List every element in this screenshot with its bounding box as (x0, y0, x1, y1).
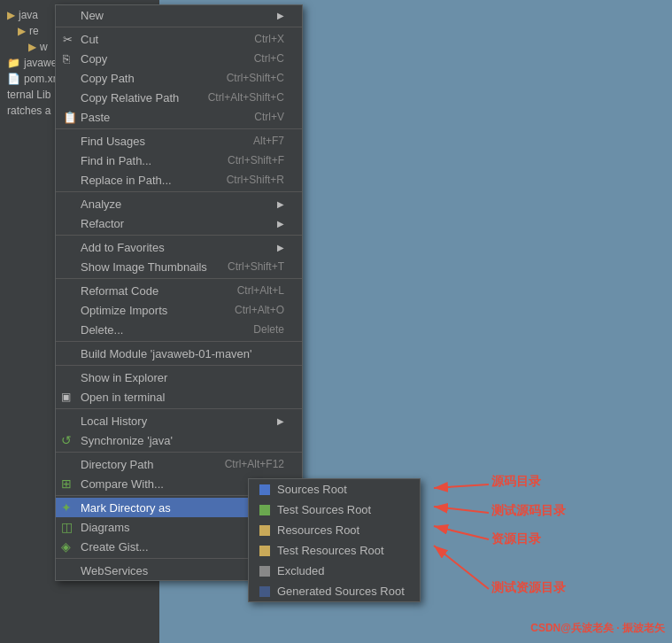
folder-icon: ▶ (18, 25, 26, 37)
svg-line-4 (434, 546, 489, 589)
menu-item-show-image[interactable]: Show Image Thumbnails Ctrl+Shift+T (56, 257, 302, 276)
file-icon: 📄 (7, 73, 20, 85)
menu-item-copy-relative-path[interactable]: Copy Relative Path Ctrl+Alt+Shift+C (56, 88, 302, 107)
submenu-mark-directory: Sources Root Test Sources Root Resources… (248, 478, 421, 602)
tree-label: w (40, 41, 48, 53)
gist-icon: ◈ (61, 539, 71, 554)
separator-7 (56, 365, 302, 366)
separator-6 (56, 341, 302, 342)
menu-item-cut[interactable]: ✂ Cut Ctrl+X (56, 29, 302, 49)
generated-icon (259, 586, 270, 597)
tree-label: ratches a (7, 105, 50, 117)
tree-label: re (29, 25, 39, 37)
menu-item-show-explorer[interactable]: Show in Explorer (56, 368, 302, 387)
submenu-label: Generated Sources Root (277, 585, 405, 598)
menu-item-directory-path[interactable]: Directory Path Ctrl+Alt+F12 (56, 454, 302, 474)
terminal-icon: ▣ (61, 391, 71, 403)
separator-9 (56, 452, 302, 453)
menu-item-open-terminal[interactable]: ▣ Open in terminal (56, 387, 302, 407)
submenu-resources-root[interactable]: Resources Root (249, 520, 420, 540)
folder-icon: ▶ (7, 9, 15, 21)
menu-item-local-history[interactable]: Local History ▶ (56, 411, 302, 430)
menu-item-new[interactable]: New ▶ (56, 5, 302, 25)
separator-5 (56, 278, 302, 279)
test-sources-icon (259, 505, 270, 515)
annotation-label-4: 测试资源目录 (491, 580, 566, 596)
menu-item-copy[interactable]: ⎘ Copy Ctrl+C (56, 49, 302, 68)
menu-item-add-favorites[interactable]: Add to Favorites ▶ (56, 237, 302, 257)
submenu-label: Test Resources Root (277, 544, 384, 557)
submenu-excluded[interactable]: Excluded (249, 561, 420, 581)
diagrams-icon: ◫ (61, 520, 73, 534)
submenu-label: Excluded (277, 564, 324, 577)
submenu-arrow: ▶ (277, 219, 284, 229)
separator-4 (56, 235, 302, 236)
separator-2 (56, 128, 302, 129)
separator-3 (56, 191, 302, 192)
menu-item-copy-path[interactable]: Copy Path Ctrl+Shift+C (56, 68, 302, 88)
menu-item-find-in-path[interactable]: Find in Path... Ctrl+Shift+F (56, 151, 302, 170)
submenu-arrow: ▶ (277, 11, 284, 20)
menu-item-find-usages[interactable]: Find Usages Alt+F7 (56, 131, 302, 151)
menu-item-refactor[interactable]: Refactor ▶ (56, 213, 302, 233)
cut-icon: ✂ (63, 33, 73, 46)
sources-root-icon (259, 484, 270, 495)
menu-item-delete[interactable]: Delete... Delete (56, 320, 302, 339)
submenu-label: Test Sources Root (277, 503, 371, 516)
menu-item-optimize[interactable]: Optimize Imports Ctrl+Alt+O (56, 300, 302, 320)
annotation-label-2: 测试源码目录 (491, 503, 566, 519)
submenu-generated-sources[interactable]: Generated Sources Root (249, 581, 420, 601)
separator-8 (56, 408, 302, 409)
submenu-arrow: ▶ (277, 199, 284, 209)
menu-item-synchronize[interactable]: ↺ Synchronize 'java' (56, 430, 302, 450)
separator-1 (56, 27, 302, 27)
folder-icon: ▶ (28, 41, 36, 53)
svg-line-3 (434, 526, 489, 539)
tree-label: java (19, 9, 38, 21)
submenu-test-resources-root[interactable]: Test Resources Root (249, 540, 420, 561)
annotation-label-3: 资源目录 (491, 531, 541, 547)
resources-icon (259, 525, 270, 536)
sync-icon: ↺ (61, 433, 72, 447)
svg-line-1 (434, 484, 489, 488)
watermark: CSDN@兵波老矣 · 振波老矢 (530, 621, 665, 636)
menu-item-reformat[interactable]: Reformat Code Ctrl+Alt+L (56, 281, 302, 300)
excluded-icon (259, 566, 270, 577)
folder-icon: 📁 (7, 57, 20, 69)
tree-label: ternal Lib (7, 89, 50, 101)
svg-line-2 (434, 507, 489, 513)
menu-item-build-module[interactable]: Build Module 'javaweb-01-maven' (56, 344, 302, 363)
submenu-arrow: ▶ (277, 416, 284, 426)
menu-item-paste[interactable]: 📋 Paste Ctrl+V (56, 107, 302, 127)
paste-icon: 📋 (63, 111, 77, 124)
submenu-sources-root[interactable]: Sources Root (249, 479, 420, 500)
submenu-label: Sources Root (277, 483, 347, 496)
menu-item-analyze[interactable]: Analyze ▶ (56, 194, 302, 213)
mark-icon: ✦ (61, 500, 72, 515)
annotation-label-1: 源码目录 (491, 474, 541, 490)
copy-icon: ⎘ (63, 52, 70, 66)
menu-item-replace-in-path[interactable]: Replace in Path... Ctrl+Shift+R (56, 170, 302, 190)
submenu-arrow: ▶ (277, 243, 284, 252)
test-resources-icon (259, 546, 270, 556)
submenu-test-sources-root[interactable]: Test Sources Root (249, 500, 420, 520)
submenu-label: Resources Root (277, 523, 359, 537)
compare-icon: ⊞ (61, 476, 72, 491)
